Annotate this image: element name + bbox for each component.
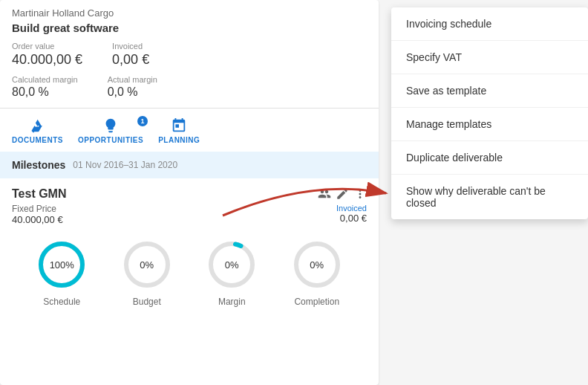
dropdown-duplicate-deliverable[interactable]: Duplicate deliverable [391, 141, 588, 175]
tab-planning[interactable]: PLANNING [158, 117, 200, 144]
deliverable-actions [318, 187, 367, 201]
calendar-icon [171, 117, 187, 134]
calc-margin-label: Calculated margin [12, 75, 78, 84]
order-value-label: Order value [12, 42, 82, 51]
completion-gauge-circle: 0% [291, 239, 343, 291]
schedule-gauge-circle: 100% [36, 239, 88, 291]
deliverable-section: Test GMN Fixed Price 40.000,00 € Invoice… [0, 178, 379, 317]
fixed-price-row: Fixed Price 40.000,00 € Invoiced 0,00 € [12, 204, 367, 225]
dropdown-save-template[interactable]: Save as template [391, 74, 588, 108]
calc-margin-value: 80,0 % [12, 85, 78, 99]
gauges-row: 100% Schedule 0% Budget [12, 231, 367, 317]
actual-margin-label: Actual margin [108, 75, 157, 84]
fixed-price-value: 40.000,00 € [12, 214, 63, 225]
dropdown-specify-vat[interactable]: Specify VAT [391, 41, 588, 74]
company-name: Martinair Holland Cargo [0, 0, 379, 19]
opportunities-badge: 1 [137, 116, 148, 126]
more-vert-icon[interactable] [353, 187, 367, 201]
completion-gauge-text: 0% [310, 259, 324, 271]
tab-opportunities-label: OPPORTUNITIES [78, 136, 143, 144]
margin-row: Calculated margin 80,0 % Actual margin 0… [0, 75, 379, 108]
deliverable-title: Test GMN [12, 187, 66, 201]
milestones-title: Milestones [12, 159, 65, 171]
deliverable-invoiced-label: Invoiced [336, 204, 367, 213]
invoiced-label: Invoiced [112, 42, 149, 51]
actual-margin-value: 0,0 % [108, 85, 157, 99]
schedule-gauge-text: 100% [50, 259, 74, 271]
budget-gauge-circle: 0% [121, 239, 173, 291]
divider-1 [0, 108, 379, 109]
tab-documents[interactable]: DOCUMENTS [12, 117, 63, 144]
icon-tabs: DOCUMENTS 1 OPPORTUNITIES PLANNING [0, 114, 379, 152]
dropdown-show-why[interactable]: Show why deliverable can't be closed [391, 175, 588, 219]
schedule-label: Schedule [43, 297, 80, 307]
order-value: 40.000,00 € [12, 52, 82, 68]
gauge-completion: 0% Completion [291, 239, 343, 307]
gauge-margin: 0% Margin [206, 239, 258, 307]
deliverable-invoiced-value: 0,00 € [336, 213, 367, 224]
assign-icon[interactable] [318, 187, 331, 201]
margin-gauge-text: 0% [225, 259, 239, 271]
fixed-price-label: Fixed Price [12, 204, 63, 214]
deliverable-header: Test GMN [12, 187, 367, 201]
dropdown-manage-templates[interactable]: Manage templates [391, 108, 588, 141]
calc-margin: Calculated margin 80,0 % [12, 75, 78, 99]
edit-icon[interactable] [336, 187, 349, 201]
main-card: Martinair Holland Cargo Build great soft… [0, 0, 379, 385]
stats-row: Order value 40.000,00 € Invoiced 0,00 € [0, 42, 379, 75]
milestones-bar: Milestones 01 Nov 2016–31 Jan 2020 [0, 152, 379, 178]
margin-label: Margin [218, 297, 246, 307]
tab-planning-label: PLANNING [158, 136, 200, 144]
project-title: Build great software [0, 19, 379, 42]
drive-icon [29, 117, 45, 134]
actual-margin: Actual margin 0,0 % [108, 75, 157, 99]
bulb-icon [102, 117, 119, 134]
dropdown-menu: Invoicing schedule Specify VAT Save as t… [391, 7, 588, 219]
gauge-schedule: 100% Schedule [36, 239, 88, 307]
budget-gauge-text: 0% [140, 259, 154, 271]
dropdown-invoicing-schedule[interactable]: Invoicing schedule [391, 7, 588, 41]
margin-gauge-circle: 0% [206, 239, 258, 291]
completion-label: Completion [294, 297, 339, 307]
gauge-budget: 0% Budget [121, 239, 173, 307]
invoiced-stat: Invoiced 0,00 € [112, 42, 149, 68]
tab-opportunities[interactable]: 1 OPPORTUNITIES [78, 117, 143, 144]
milestones-date-range: 01 Nov 2016–31 Jan 2020 [73, 160, 177, 170]
tab-documents-label: DOCUMENTS [12, 136, 63, 144]
invoiced-value: 0,00 € [112, 52, 149, 68]
order-value-stat: Order value 40.000,00 € [12, 42, 82, 68]
budget-label: Budget [133, 297, 161, 307]
